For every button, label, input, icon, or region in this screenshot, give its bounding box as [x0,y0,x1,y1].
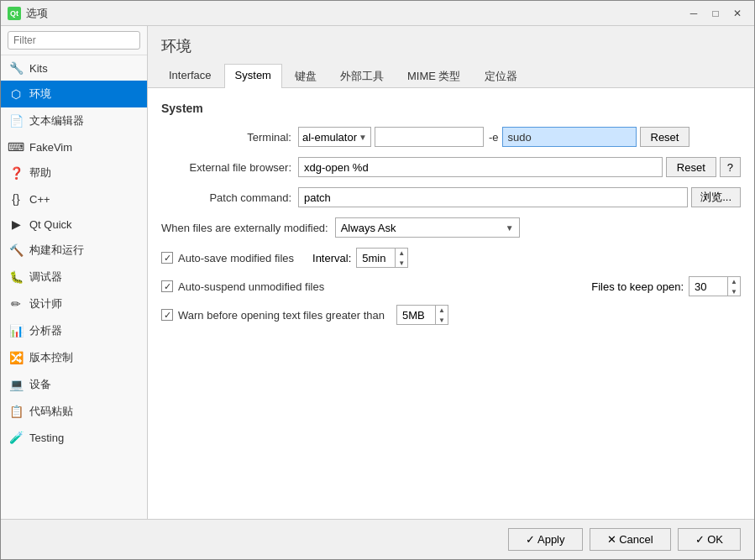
terminal-select[interactable]: al-emulator ▼ [298,127,371,147]
main-content: 🔧Kits⬡环境📄文本编辑器⌨FakeVim❓帮助{}C++▶Qt Quick🔨… [1,26,754,519]
interval-spinner[interactable]: ▲ ▼ [356,248,408,268]
interval-value[interactable] [357,250,395,266]
when-modified-dropdown[interactable]: Always Ask ▼ [335,217,520,238]
autosave-checkbox[interactable] [161,252,173,264]
terminal-control: al-emulator ▼ -e Reset [298,127,741,147]
sidebar-item-devices[interactable]: 💻设备 [1,371,147,398]
terminal-reset-button[interactable]: Reset [640,127,690,147]
files-keep-value[interactable] [689,279,727,295]
sidebar-item-environment[interactable]: ⬡环境 [1,81,147,107]
title-bar-left: Qt 选项 [8,6,48,21]
window-title: 选项 [26,6,48,21]
tab-keyboard[interactable]: 键盘 [284,64,328,88]
ok-button[interactable]: ✓ OK [678,528,741,551]
debugger-label: 调试器 [29,270,62,285]
external-browser-row: External file browser: Reset ? [161,157,741,177]
warn-label: Warn before opening text files greater t… [178,309,385,322]
sidebar-item-build-run[interactable]: 🔨构建和运行 [1,237,147,264]
when-modified-label: When files are externally modified: [161,222,328,234]
warn-size-spinner[interactable]: ▲ ▼ [396,305,448,325]
autosuspend-checkbox[interactable] [161,280,173,292]
close-button[interactable]: ✕ [727,5,747,22]
text-editor-label: 文本编辑器 [29,113,84,128]
interval-up-arrow[interactable]: ▲ [396,248,407,258]
cpp-label: C++ [29,193,50,206]
apply-button[interactable]: ✓ Apply [508,528,582,551]
text-editor-icon: 📄 [9,114,23,128]
tab-mime-types[interactable]: MIME 类型 [396,64,472,88]
sidebar-item-designer[interactable]: ✏设计师 [1,290,147,317]
sidebar-item-version-control[interactable]: 🔀版本控制 [1,344,147,371]
files-keep-up-arrow[interactable]: ▲ [728,276,740,286]
tab-locator[interactable]: 定位器 [474,64,528,88]
filter-box [1,26,147,55]
patch-command-input[interactable] [298,187,688,207]
sidebar-item-kits[interactable]: 🔧Kits [1,55,147,81]
build-run-label: 构建和运行 [29,243,84,258]
panel-header: 环境 [148,26,754,56]
minimize-button[interactable]: ─ [684,5,704,22]
kits-label: Kits [29,62,48,75]
cpp-icon: {} [9,192,23,206]
help-label: 帮助 [29,165,51,181]
analyzer-label: 分析器 [29,323,62,338]
patch-command-label: Patch command: [161,191,291,204]
qt-logo-icon: Qt [8,7,21,20]
tab-interface[interactable]: Interface [158,64,223,88]
environment-icon: ⬡ [9,87,23,101]
terminal-prefix: -e [489,131,499,144]
tab-external-tools[interactable]: 外部工具 [329,64,395,88]
tab-content: System Terminal: al-emulator ▼ -e Reset [148,88,754,519]
files-keep-spinner[interactable]: ▲ ▼ [689,276,741,296]
terminal-dropdown-arrow: ▼ [359,133,367,142]
warn-size-value[interactable] [397,307,435,323]
devices-label: 设备 [29,377,51,392]
testing-icon: 🧪 [9,431,23,444]
sidebar-item-analyzer[interactable]: 📊分析器 [1,317,147,344]
autosuspend-row: Auto-suspend unmodified files Files to k… [161,276,741,296]
warn-size-up-arrow[interactable]: ▲ [436,305,448,315]
sidebar-item-fakevim[interactable]: ⌨FakeVim [1,134,147,160]
files-keep-down-arrow[interactable]: ▼ [728,286,740,296]
warn-checkbox[interactable] [161,309,173,321]
interval-down-arrow[interactable]: ▼ [396,258,407,268]
interval-arrows: ▲ ▼ [395,248,407,268]
external-browser-label: External file browser: [161,161,291,174]
cancel-button[interactable]: ✕ Cancel [590,528,671,551]
interval-label: Interval: [312,252,351,264]
designer-icon: ✏ [9,297,23,311]
sidebar-item-debugger[interactable]: 🐛调试器 [1,264,147,290]
autosave-interval-control: Interval: ▲ ▼ [312,248,408,268]
code-paste-label: 代码粘贴 [29,404,73,419]
external-browser-reset-button[interactable]: Reset [666,157,716,177]
when-modified-row: When files are externally modified: Alwa… [161,217,741,238]
tab-system[interactable]: System [224,64,282,88]
external-browser-input[interactable] [298,157,663,177]
debugger-icon: 🐛 [9,270,23,284]
environment-label: 环境 [29,86,51,102]
warn-size-arrows: ▲ ▼ [435,305,448,325]
sidebar-item-text-editor[interactable]: 📄文本编辑器 [1,107,147,134]
sidebar-item-help[interactable]: ❓帮助 [1,160,147,186]
terminal-arg-input[interactable] [375,127,484,147]
autosave-label: Auto-save modified files [178,252,294,264]
sidebar-item-cpp[interactable]: {}C++ [1,186,147,212]
testing-label: Testing [29,432,64,444]
build-run-icon: 🔨 [9,243,23,257]
terminal-row: Terminal: al-emulator ▼ -e Reset [161,127,741,147]
sidebar-item-qt-quick[interactable]: ▶Qt Quick [1,212,147,237]
warn-size-down-arrow[interactable]: ▼ [436,315,448,325]
terminal-sudo-input[interactable] [502,127,637,147]
sidebar-items-container: 🔧Kits⬡环境📄文本编辑器⌨FakeVim❓帮助{}C++▶Qt Quick🔨… [1,55,147,450]
tabs-row: InterfaceSystem键盘外部工具MIME 类型定位器 [148,56,754,88]
maximize-button[interactable]: □ [705,5,726,22]
sidebar-item-code-paste[interactable]: 📋代码粘贴 [1,398,147,425]
filter-input[interactable] [8,31,140,50]
sidebar-item-testing[interactable]: 🧪Testing [1,425,147,450]
terminal-label: Terminal: [161,131,291,144]
title-bar-buttons: ─ □ ✕ [684,5,747,22]
browse-button[interactable]: 浏览... [691,187,741,207]
external-browser-help-button[interactable]: ? [720,157,741,177]
files-keep-label: Files to keep open: [591,280,684,293]
bottom-bar: ✓ Apply ✕ Cancel ✓ OK [1,519,754,559]
